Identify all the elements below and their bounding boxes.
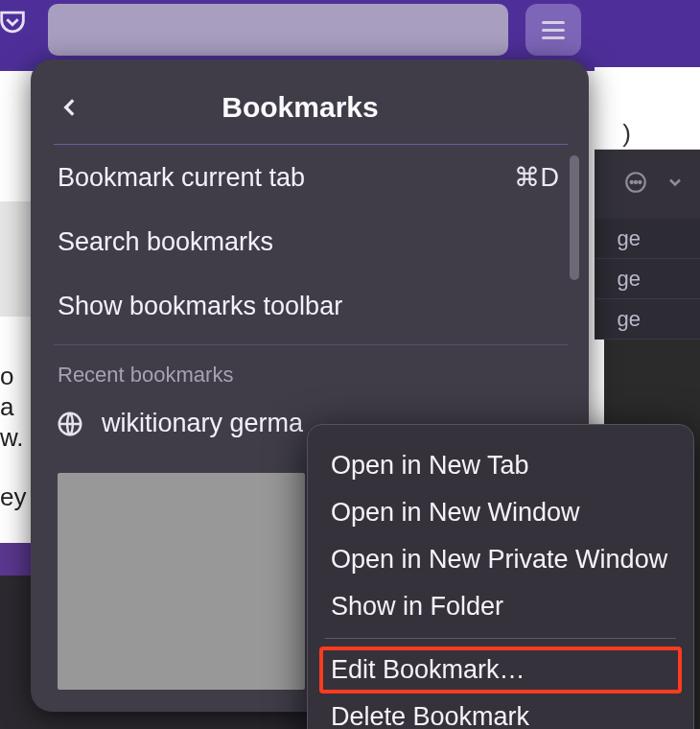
menu-item-shortcut: ⌘D [514, 162, 561, 193]
hamburger-icon [542, 21, 565, 39]
ctx-show-in-folder[interactable]: Show in Folder [319, 583, 682, 630]
recent-bookmarks-label: Recent bookmarks [54, 345, 579, 401]
hamburger-menu-button[interactable] [525, 4, 581, 56]
stage: o a w. ey ) ge ge ge [0, 0, 700, 729]
show-bookmarks-toolbar[interactable]: Show bookmarks toolbar [54, 274, 579, 339]
recent-bookmark-label: wikitionary germa [102, 409, 303, 438]
right-panel-header: ) [595, 67, 700, 150]
bookmark-context-menu: Open in New Tab Open in New Window Open … [307, 424, 694, 729]
right-panel-rows: ge ge ge [595, 219, 700, 340]
search-bookmarks[interactable]: Search bookmarks [54, 210, 579, 274]
address-bar[interactable] [48, 4, 508, 56]
list-item[interactable]: ge [595, 219, 700, 259]
more-icon[interactable] [623, 170, 648, 199]
ctx-edit-bookmark[interactable]: Edit Bookmark… [319, 647, 682, 694]
divider [325, 638, 676, 639]
globe-icon [56, 410, 84, 438]
ctx-open-new-window[interactable]: Open in New Window [319, 489, 682, 536]
list-item[interactable]: ge [595, 259, 700, 299]
popover-header: Bookmarks [54, 77, 579, 138]
ctx-delete-bookmark[interactable]: Delete Bookmark [319, 694, 682, 729]
menu-item-label: Show bookmarks toolbar [58, 292, 342, 321]
menu-item-label: Bookmark current tab [58, 163, 305, 193]
list-item[interactable]: ge [595, 299, 700, 340]
right-panel-toolbar [595, 150, 700, 219]
svg-point-2 [635, 181, 637, 183]
ctx-open-new-tab[interactable]: Open in New Tab [319, 442, 682, 489]
page-fragment-text: o a w. ey [0, 361, 26, 512]
pocket-icon[interactable] [0, 6, 29, 38]
ctx-open-new-private-window[interactable]: Open in New Private Window [319, 536, 682, 583]
bookmark-current-tab[interactable]: Bookmark current tab ⌘D [54, 145, 579, 210]
svg-point-1 [631, 181, 633, 183]
svg-point-3 [639, 181, 641, 183]
bookmark-thumbnail-placeholder [58, 473, 305, 690]
popover-title: Bookmarks [54, 91, 547, 124]
chevron-down-icon[interactable] [665, 173, 685, 196]
page-text-fragment: ) [622, 119, 631, 149]
menu-item-label: Search bookmarks [58, 227, 273, 257]
